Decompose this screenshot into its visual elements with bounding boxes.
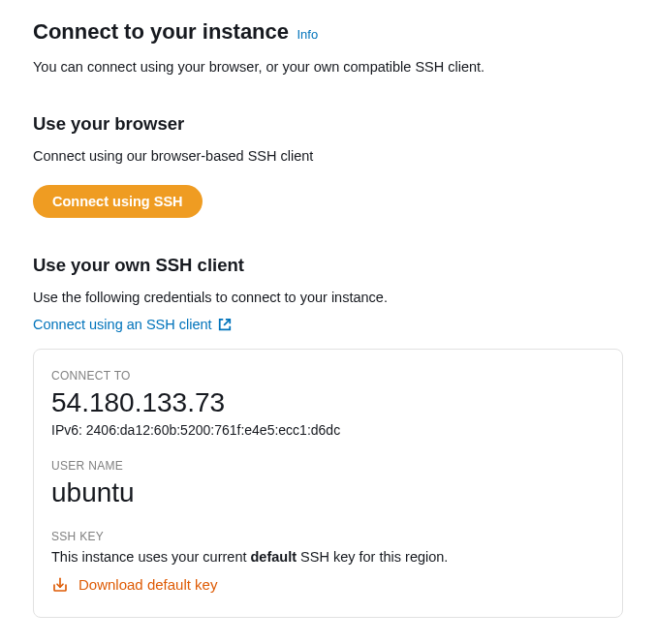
sshkey-label: SSH KEY bbox=[51, 530, 605, 543]
ipv6-row: IPv6: 2406:da12:60b:5200:761f:e4e5:ecc1:… bbox=[51, 422, 605, 438]
credentials-box: CONNECT TO 54.180.133.73 IPv6: 2406:da12… bbox=[33, 349, 623, 618]
external-link-icon bbox=[218, 318, 232, 331]
browser-section: Use your browser Connect using our brows… bbox=[33, 113, 623, 218]
sshkey-text-bold: default bbox=[251, 549, 297, 565]
download-icon bbox=[51, 576, 69, 594]
download-key-label: Download default key bbox=[78, 576, 217, 593]
connect-ssh-button[interactable]: Connect using SSH bbox=[33, 185, 203, 218]
username-value: ubuntu bbox=[51, 478, 605, 508]
username-label: USER NAME bbox=[51, 459, 605, 473]
page-description: You can connect using your browser, or y… bbox=[33, 57, 623, 77]
ipv6-address: 2406:da12:60b:5200:761f:e4e5:ecc1:d6dc bbox=[86, 422, 340, 438]
browser-section-title: Use your browser bbox=[33, 113, 623, 135]
ssh-section-title: Use your own SSH client bbox=[33, 255, 623, 276]
page-title: Connect to your instance bbox=[33, 19, 289, 44]
sshkey-text: This instance uses your current default … bbox=[51, 549, 605, 565]
ipv6-prefix: IPv6: bbox=[51, 422, 86, 438]
ssh-section: Use your own SSH client Use the followin… bbox=[33, 255, 623, 618]
header-row: Connect to your instance Info bbox=[33, 19, 623, 45]
sshkey-text-prefix: This instance uses your current bbox=[51, 549, 251, 565]
ssh-client-link-label: Connect using an SSH client bbox=[33, 317, 212, 332]
info-link[interactable]: Info bbox=[297, 27, 319, 42]
connect-to-label: CONNECT TO bbox=[51, 369, 605, 383]
ssh-client-link[interactable]: Connect using an SSH client bbox=[33, 317, 232, 332]
ssh-section-desc: Use the following credentials to connect… bbox=[33, 290, 623, 305]
browser-section-desc: Connect using our browser-based SSH clie… bbox=[33, 148, 623, 164]
ip-address: 54.180.133.73 bbox=[51, 388, 605, 418]
sshkey-text-suffix: SSH key for this region. bbox=[297, 549, 448, 565]
download-key-link[interactable]: Download default key bbox=[51, 576, 217, 594]
